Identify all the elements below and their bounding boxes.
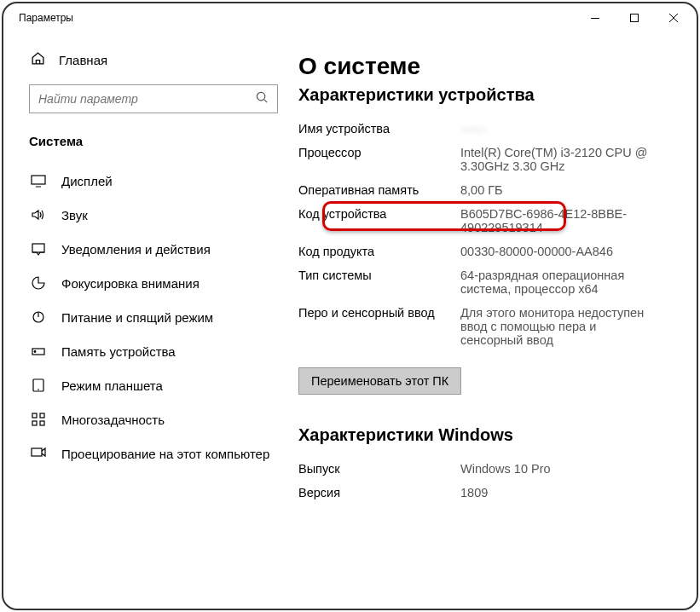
sidebar-item-label: Питание и спящий режим	[61, 310, 213, 325]
sidebar-item-storage[interactable]: Память устройства	[3, 334, 293, 368]
svg-rect-19	[32, 448, 42, 456]
sidebar-item-tablet[interactable]: Режим планшета	[3, 368, 293, 402]
home-icon	[31, 51, 45, 69]
close-button[interactable]	[654, 4, 693, 32]
minimize-button[interactable]	[576, 4, 615, 32]
search-icon	[256, 91, 269, 107]
tablet-icon	[31, 378, 46, 393]
spec-label: Код устройства	[298, 207, 460, 234]
spec-edition: Выпуск Windows 10 Pro	[298, 457, 671, 481]
rename-pc-button[interactable]: Переименовать этот ПК	[298, 367, 461, 395]
search-input[interactable]	[38, 92, 256, 106]
spec-value: 00330-80000-00000-AA846	[460, 245, 613, 258]
sidebar-item-power[interactable]: Питание и спящий режим	[3, 300, 293, 334]
spec-value: 1809	[460, 486, 488, 499]
sidebar-item-label: Фокусировка внимания	[61, 276, 200, 291]
spec-value: 64-разрядная операционная система, проце…	[460, 268, 648, 296]
multitask-icon	[31, 412, 46, 427]
svg-point-12	[34, 351, 36, 353]
svg-point-4	[257, 92, 264, 100]
sidebar-item-label: Проецирование на этот компьютер	[61, 447, 269, 461]
category-header: Система	[3, 125, 293, 164]
sidebar-item-label: Память устройства	[61, 344, 176, 359]
spec-value: ——	[460, 122, 485, 136]
svg-rect-6	[32, 176, 45, 184]
focus-icon	[31, 275, 46, 291]
spec-label: Оперативная память	[298, 183, 460, 197]
maximize-button[interactable]	[615, 4, 654, 32]
titlebar: Параметры	[3, 3, 697, 32]
spec-value: Windows 10 Pro	[460, 462, 551, 476]
spec-label: Перо и сенсорный ввод	[298, 306, 460, 347]
home-link[interactable]: Главная	[3, 43, 293, 78]
spec-label: Версия	[298, 486, 460, 499]
power-icon	[31, 309, 46, 325]
spec-value: B605D7BC-6986-4E12-8BBE-490229519314	[460, 207, 648, 234]
sidebar-item-multitask[interactable]: Многозадачность	[3, 402, 293, 436]
main-panel: О системе Характеристики устройства Имя …	[293, 32, 697, 609]
sidebar-item-display[interactable]: Дисплей	[3, 164, 293, 198]
spec-system-type: Тип системы 64-разрядная операционная си…	[298, 263, 671, 301]
sidebar-item-label: Многозадачность	[61, 413, 165, 427]
sound-icon	[31, 207, 46, 222]
spec-value: Intel(R) Core(TM) i3-2120 CPU @ 3.30GHz …	[460, 146, 648, 173]
sidebar-item-label: Дисплей	[61, 174, 113, 188]
svg-rect-15	[32, 413, 37, 418]
spec-value: 8,00 ГБ	[460, 183, 503, 197]
spec-label: Выпуск	[298, 462, 460, 476]
sidebar: Главная Система Дисплей Звук Уведомления…	[3, 32, 293, 609]
spec-device-name: Имя устройства ——	[298, 117, 671, 141]
search-box[interactable]	[29, 84, 278, 113]
sidebar-item-sound[interactable]: Звук	[3, 198, 293, 232]
spec-value: Для этого монитора недоступен ввод с пом…	[460, 306, 648, 347]
storage-icon	[31, 344, 46, 359]
sidebar-item-focus[interactable]: Фокусировка внимания	[3, 266, 293, 300]
display-icon	[31, 173, 46, 188]
spec-label: Код продукта	[298, 245, 460, 258]
spec-label: Процессор	[298, 146, 460, 173]
section-windows-specs: Характеристики Windows	[298, 425, 671, 445]
spec-ram: Оперативная память 8,00 ГБ	[298, 178, 671, 202]
spec-label: Имя устройства	[298, 122, 460, 136]
window-title: Параметры	[19, 12, 73, 24]
sidebar-item-label: Режим планшета	[61, 378, 163, 393]
sidebar-item-label: Звук	[61, 208, 88, 222]
project-icon	[31, 446, 46, 461]
spec-processor: Процессор Intel(R) Core(TM) i3-2120 CPU …	[298, 141, 671, 178]
sidebar-item-notifications[interactable]: Уведомления и действия	[3, 232, 293, 266]
home-label: Главная	[59, 53, 107, 67]
svg-line-5	[264, 99, 267, 101]
sidebar-item-project[interactable]: Проецирование на этот компьютер	[3, 436, 293, 471]
spec-version: Версия 1809	[298, 481, 671, 505]
window-controls	[576, 4, 693, 32]
spec-device-id: Код устройства B605D7BC-6986-4E12-8BBE-4…	[298, 202, 671, 240]
section-device-specs: Характеристики устройства	[298, 85, 671, 105]
svg-rect-1	[631, 14, 639, 22]
notifications-icon	[31, 241, 46, 257]
svg-rect-18	[40, 421, 44, 425]
spec-label: Тип системы	[298, 268, 460, 296]
sidebar-item-label: Уведомления и действия	[61, 242, 211, 257]
spec-product-id: Код продукта 00330-80000-00000-AA846	[298, 240, 671, 263]
svg-rect-17	[32, 421, 37, 425]
svg-rect-8	[32, 244, 44, 252]
svg-rect-16	[40, 413, 44, 418]
page-title: О системе	[298, 53, 671, 80]
spec-pen-touch: Перо и сенсорный ввод Для этого монитора…	[298, 301, 671, 352]
